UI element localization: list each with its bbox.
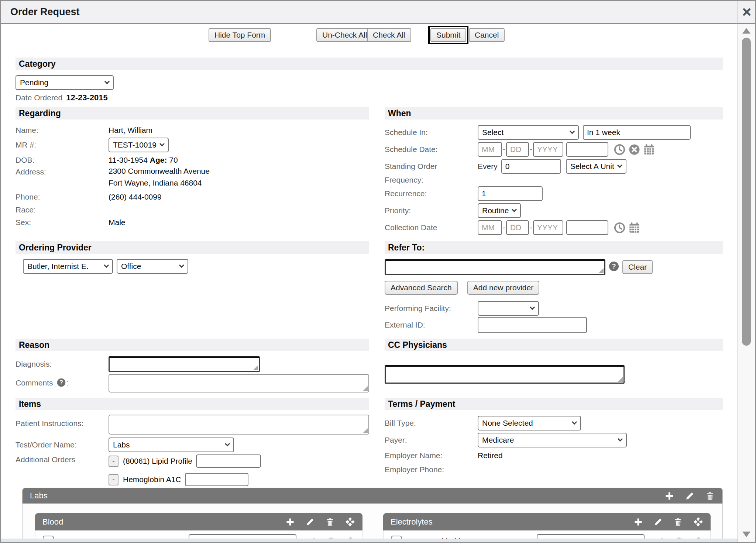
add-icon[interactable] [664,491,674,501]
address-value: 2300 Commonwealth Avenue Fort Wayne, Ind… [109,167,210,187]
dialog-bottom-edge [1,539,738,542]
sex-label: Sex: [16,218,109,227]
chevron-down-icon [104,263,109,268]
patient-instructions-textarea[interactable] [109,415,369,435]
collection-date-mm[interactable] [478,220,502,235]
schedule-in-select[interactable]: Select [478,125,579,140]
section-items: Items [16,398,369,410]
scrollbar-thumb[interactable] [742,38,751,346]
delete-icon[interactable] [325,517,335,527]
vertical-scrollbar[interactable] [738,24,755,542]
cc-physicians-input[interactable] [385,365,625,384]
diagnosis-input[interactable] [109,356,260,372]
edit-icon[interactable] [685,491,695,501]
test-order-select[interactable]: Labs [109,437,234,452]
schedule-date-dd[interactable] [506,142,529,157]
priority-label: Priority: [385,206,478,215]
schedule-date-yyyy[interactable] [533,142,563,157]
cancel-button[interactable]: Cancel [469,28,505,42]
clock-icon[interactable] [614,143,626,156]
external-id-input[interactable] [478,317,587,333]
refer-to-input[interactable] [385,259,605,275]
clear-button[interactable]: Clear [622,260,653,274]
group-header: Electrolytes [383,513,711,530]
delete-icon[interactable] [705,491,715,501]
schedule-in-label: Schedule In: [385,128,478,137]
order-row: - (80061) Lipid Profile [109,453,304,469]
every-label: Every [478,162,498,171]
move-icon[interactable] [693,517,703,527]
collection-date-label: Collection Date [385,223,478,232]
cc-physicians-content [385,351,723,392]
collection-date-yyyy[interactable] [533,220,563,235]
section-ordering-provider: Ordering Provider [16,241,369,254]
frequency-label: Frequency: [385,176,478,184]
delete-icon[interactable] [673,517,683,527]
recurrence-input[interactable] [478,186,543,201]
move-icon[interactable] [345,517,355,527]
close-button[interactable] [738,1,755,24]
scroll-down-icon[interactable] [742,532,750,537]
diagnosis-label: Diagnosis: [16,360,109,369]
bill-type-select[interactable]: None Selected [478,416,581,430]
chevron-down-icon [572,419,577,425]
unit-select[interactable]: Select A Unit [566,159,626,174]
chevron-down-icon [617,163,622,168]
mr-label: MR #: [16,141,109,149]
mr-select[interactable]: TEST-10019 [109,138,169,152]
every-input[interactable] [501,159,561,174]
scroll-up-icon[interactable] [742,28,750,34]
category-select[interactable]: Pending [16,75,114,90]
order-qty-input[interactable] [196,454,261,468]
payer-label: Payer: [385,436,478,445]
submit-button[interactable]: Submit [430,28,466,42]
calendar-icon[interactable] [643,143,655,156]
clock-icon[interactable] [614,222,626,234]
edit-icon[interactable] [305,517,315,527]
chevron-down-icon [179,263,184,268]
edit-icon[interactable] [653,517,663,527]
priority-select[interactable]: Routine [478,203,521,218]
uncheck-all-button[interactable]: Un-Check All [316,28,373,42]
chevron-down-icon [512,207,517,212]
refer-to-content: ? Clear Advanced Search Add new provider… [385,254,723,333]
remove-order-button[interactable]: - [109,474,118,485]
help-icon[interactable]: ? [56,378,66,389]
hide-top-form-button[interactable]: Hide Top Form [209,28,271,42]
right-rail [738,1,755,542]
advanced-search-button[interactable]: Advanced Search [385,281,458,295]
remove-order-button[interactable]: - [109,456,118,467]
age-value: 70 [169,156,178,164]
chevron-down-icon [618,436,623,442]
section-cc-physicians: CC Physicians [385,339,723,351]
check-all-button[interactable]: Check All [367,28,411,42]
collection-date-time[interactable] [566,220,608,235]
employer-name-value: Retired [478,451,503,460]
provider-location-select[interactable]: Office [117,259,188,274]
schedule-in-input[interactable] [583,125,691,140]
order-qty-input[interactable] [185,473,248,486]
schedule-date-mm[interactable] [478,142,502,157]
collection-date-dd[interactable] [506,220,529,235]
add-icon[interactable] [633,517,643,527]
add-icon[interactable] [285,517,295,527]
section-when: When [385,107,723,120]
comments-textarea[interactable] [109,374,369,392]
reason-content: Diagnosis: Comments ? : [16,351,369,392]
section-regarding: Regarding [16,107,369,120]
patient-name: Hart, William [109,126,152,135]
performing-facility-select[interactable] [478,301,539,316]
add-new-provider-button[interactable]: Add new provider [467,281,539,295]
clear-date-icon[interactable] [628,143,640,156]
help-icon[interactable]: ? [608,261,619,273]
payer-select[interactable]: Medicare [478,433,627,447]
ordering-provider-content: Butler, Internist E. Office [16,254,369,333]
race-label: Race: [16,205,109,214]
recurrence-label: Recurrence: [385,189,478,198]
provider-select[interactable]: Butler, Internist E. [23,259,113,274]
toolbar: Hide Top Form Un-Check All Check All Sub… [1,24,738,58]
schedule-date-time[interactable] [566,142,608,157]
group-header: Blood [35,513,362,530]
calendar-icon[interactable] [628,222,640,234]
patient-instructions-label: Patient Instructions: [16,415,109,428]
